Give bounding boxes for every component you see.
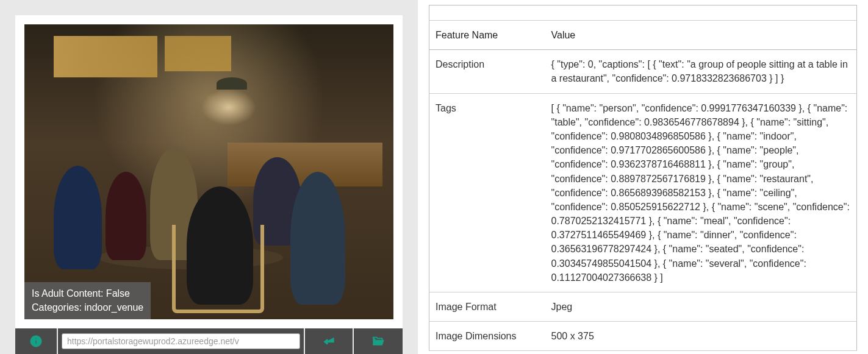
truncated-header-row (429, 5, 857, 21)
preview-image (24, 24, 393, 319)
info-icon (29, 335, 43, 348)
feature-name-cell: Image Dimensions (429, 322, 545, 351)
svg-rect-2 (35, 338, 37, 339)
table-row: Image Format Jpeg (429, 292, 857, 322)
overlay-categories: Categories: indoor_venue (32, 301, 143, 314)
image-toolbar (15, 328, 403, 354)
url-segment (58, 328, 305, 354)
submit-button[interactable] (305, 328, 354, 354)
feature-name-cell: Tags (429, 93, 545, 292)
overlay-adult-content: Is Adult Content: False (32, 287, 143, 300)
header-feature-name: Feature Name (429, 21, 545, 50)
feature-value-cell: { "type": 0, "captions": [ { "text": "a … (545, 50, 857, 93)
image-preview-panel: Is Adult Content: False Categories: indo… (0, 0, 418, 354)
open-file-button[interactable] (354, 328, 403, 354)
table-row: Image Dimensions 500 x 375 (429, 322, 857, 351)
table-row: Tags [ { "name": "person", "confidence":… (429, 93, 857, 292)
folder-open-icon (371, 335, 385, 348)
feature-value-cell: [ { "name": "person", "confidence": 0.99… (545, 93, 857, 292)
enter-icon (322, 335, 335, 348)
feature-name-cell: Image Format (429, 292, 545, 322)
image-overlay-info: Is Adult Content: False Categories: indo… (24, 282, 151, 319)
info-button[interactable] (15, 328, 58, 354)
url-input[interactable] (62, 333, 300, 349)
svg-rect-1 (35, 340, 37, 344)
feature-name-cell: Description (429, 50, 545, 93)
feature-value-cell: Jpeg (545, 292, 857, 322)
image-container: Is Adult Content: False Categories: indo… (15, 15, 403, 328)
feature-value-cell: 500 x 375 (545, 322, 857, 351)
features-table: Feature Name Value Description { "type":… (429, 5, 857, 351)
features-panel: Feature Name Value Description { "type":… (418, 0, 868, 354)
table-row: Description { "type": 0, "captions": [ {… (429, 50, 857, 93)
table-header-row: Feature Name Value (429, 21, 857, 50)
header-value: Value (545, 21, 857, 50)
